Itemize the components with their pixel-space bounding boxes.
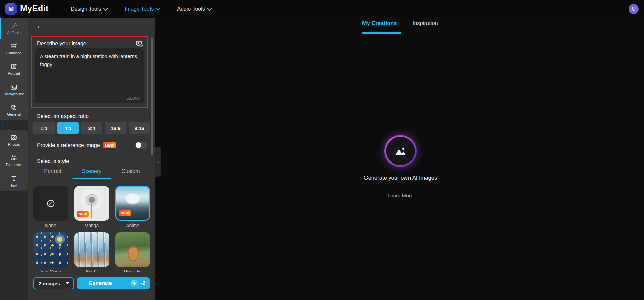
panel-collapse-handle[interactable]: ‹: [155, 147, 161, 177]
menu-image-tools[interactable]: Image Tools: [125, 6, 160, 12]
magic-wand-icon: [10, 22, 17, 29]
tab-portrait[interactable]: Portrait: [33, 167, 72, 179]
sidebar-item-label: Enhance: [6, 51, 22, 55]
style-tile-none[interactable]: ∅: [33, 186, 68, 221]
sidebar-item-text[interactable]: Text: [0, 171, 28, 191]
prompt-section-highlight: Describe your image A steam train in a n…: [31, 36, 148, 108]
nav-menus: Design Tools Image Tools Audio Tools: [71, 0, 211, 18]
myedit-app: M MyEdit Design Tools Image Tools Audio …: [0, 0, 644, 300]
sidebar-item-label: Elements: [6, 163, 22, 167]
ratio-1-1-button[interactable]: 1:1: [33, 122, 55, 134]
prompt-box: A steam train in a night station with la…: [35, 48, 144, 103]
sidebar-item-ai-tools[interactable]: AI Tools: [0, 18, 28, 39]
ai-image-icon: [394, 146, 407, 156]
style-option-none: ∅ None: [33, 186, 68, 228]
back-arrow-icon[interactable]: ←: [36, 20, 45, 31]
main-tabs: My Creations Inspiration: [362, 20, 438, 27]
caret-down-icon: [66, 282, 69, 284]
chevron-down-icon: [103, 6, 108, 11]
top-navbar: M MyEdit Design Tools Image Tools Audio …: [0, 0, 644, 18]
style-tile-sci-fi[interactable]: [74, 232, 109, 267]
style-tile-van-gogh[interactable]: [33, 232, 68, 267]
new-badge: NEW: [103, 142, 116, 148]
style-grid: ∅ None NEW Manga NEW Anime Van Gogh: [33, 186, 150, 274]
prompt-input[interactable]: A steam train in a night station with la…: [35, 48, 144, 91]
overlapping-squares-icon: [10, 104, 17, 111]
image-add-icon[interactable]: [136, 40, 143, 47]
tab-custom[interactable]: Custom: [111, 167, 150, 179]
image-count-value: 2 images: [39, 281, 60, 286]
toggle-knob: [136, 142, 141, 148]
ratio-9-16-button[interactable]: 9:16: [129, 122, 150, 134]
sidebar-item-label: Text: [10, 183, 17, 187]
style-option-anime: NEW Anime: [115, 186, 150, 228]
style-tile-label: Anime: [126, 223, 139, 228]
background-image-icon: [10, 84, 17, 91]
user-avatar[interactable]: U: [629, 4, 639, 14]
sidebar-group-ai: AI Tools Enhance Portrait Background: [0, 18, 28, 120]
style-tile-manga[interactable]: NEW: [74, 186, 109, 221]
myedit-logo-icon[interactable]: M: [5, 3, 17, 15]
ratio-16-9-button[interactable]: 16:9: [105, 122, 126, 134]
sidebar-gap: +: [0, 120, 28, 130]
generate-label: Generate: [88, 280, 112, 286]
empty-state-ring: [384, 135, 417, 167]
tab-inspiration[interactable]: Inspiration: [413, 20, 438, 27]
plus-icon[interactable]: +: [1, 122, 4, 128]
ratio-4-3-button[interactable]: 4:3: [57, 122, 79, 134]
sidebar-item-photos[interactable]: Photos: [0, 130, 28, 150]
style-option-van-gogh: Van Gogh: [33, 232, 68, 274]
sidebar-item-label: General: [7, 112, 21, 116]
aspect-ratio-label: Select an aspect ratio: [37, 113, 89, 119]
credit-cost: -2: [141, 280, 145, 286]
ratio-3-4-button[interactable]: 3:4: [81, 122, 102, 134]
sidebar-item-elements[interactable]: Elements: [0, 150, 28, 171]
enhance-image-icon: [10, 43, 17, 50]
text-t-icon: [10, 175, 17, 182]
empty-state-ring-inner: [386, 137, 415, 165]
menu-audio-tools[interactable]: Audio Tools: [177, 6, 211, 12]
sidebar-item-portrait[interactable]: Portrait: [0, 59, 28, 80]
chevron-left-icon: ‹: [157, 158, 159, 165]
style-option-manga: NEW Manga: [74, 186, 109, 228]
style-label: Select a style: [37, 158, 69, 164]
reference-image-toggle[interactable]: [135, 142, 148, 149]
aspect-ratio-group: 1:1 4:3 3:4 16:9 9:16: [33, 122, 150, 134]
empty-state-title: Generate your own AI Images: [350, 174, 451, 181]
tab-my-creations[interactable]: My Creations: [362, 20, 397, 27]
sidebar-item-label: Background: [4, 92, 24, 96]
image-count-dropdown[interactable]: 2 images: [33, 277, 74, 289]
sidebar-item-label: AI Tools: [7, 31, 21, 35]
photo-icon: [10, 134, 17, 141]
sidebar-item-label: Portrait: [8, 71, 20, 76]
shapes-icon: [10, 154, 17, 161]
tool-sidebar: AI Tools Enhance Portrait Background: [0, 18, 28, 300]
generate-button[interactable]: Generate -2: [77, 277, 150, 289]
learn-more-link[interactable]: Learn More: [350, 193, 451, 198]
style-tile-anime[interactable]: NEW: [115, 186, 150, 221]
logo-text[interactable]: MyEdit: [20, 4, 49, 13]
style-tile-label: None: [45, 223, 56, 228]
style-tile-realistic[interactable]: [115, 232, 150, 267]
sidebar-item-label: Photos: [8, 142, 20, 146]
none-slash-icon: ∅: [46, 198, 55, 209]
tab-scenery[interactable]: Scenery: [72, 167, 111, 179]
style-option-sci-fi: Sci-Fi: [74, 232, 109, 274]
sidebar-item-enhance[interactable]: Enhance: [0, 39, 28, 59]
ai-image-panel: ← Describe your image A steam train in a…: [28, 18, 155, 300]
reference-image-row: Provide a reference image NEW: [37, 142, 148, 149]
chevron-down-icon: [207, 6, 212, 11]
portrait-person-icon: [10, 63, 17, 70]
panel-footer: 2 images Generate -2: [28, 272, 155, 300]
style-option-realistic: Realistic: [115, 232, 150, 274]
sidebar-item-general[interactable]: General: [0, 100, 28, 120]
new-badge: NEW: [119, 210, 131, 216]
active-tab-underline: [362, 32, 401, 34]
panel-scrollbar-thumb[interactable]: [151, 38, 153, 155]
sidebar-item-background[interactable]: Background: [0, 80, 28, 100]
menu-design-tools[interactable]: Design Tools: [71, 6, 107, 12]
menu-label: Design Tools: [71, 6, 101, 12]
character-counter: 53/800: [126, 96, 140, 101]
style-tabs: Portrait Scenery Custom: [33, 167, 150, 179]
new-badge: NEW: [77, 211, 89, 217]
